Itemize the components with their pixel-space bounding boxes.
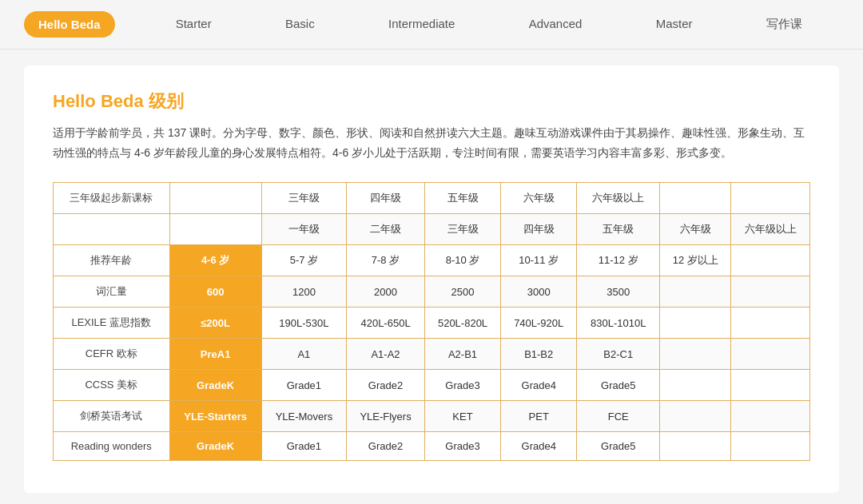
table-row-vocab: 词汇量 600 1200 2000 2500 3000 3500 — [54, 276, 810, 308]
lexile-cell-1: 190L-530L — [261, 308, 346, 339]
cambridge-cell-3: KET — [424, 401, 500, 432]
vocab-cell-4: 3000 — [501, 276, 577, 308]
cefr-cell-0: PreA1 — [169, 339, 261, 370]
cambridge-label: 剑桥英语考试 — [54, 401, 170, 432]
reading-wonders-label: Reading wonders — [54, 432, 170, 461]
header1-label: 三年级起步新课标 — [54, 183, 170, 214]
table-row-cefr: CEFR 欧标 PreA1 A1 A1-A2 A2-B1 B1-B2 B2-C1 — [54, 339, 810, 370]
header2-cell-1: 一年级 — [261, 214, 346, 245]
lexile-label: LEXILE 蓝思指数 — [54, 308, 170, 339]
ccss-cell-1: Grade1 — [261, 370, 346, 401]
table-row-cambridge: 剑桥英语考试 YLE-Starters YLE-Movers YLE-Flyer… — [54, 401, 810, 432]
cefr-cell-2: A1-A2 — [347, 339, 425, 370]
nav-item-intermediate[interactable]: Intermediate — [379, 14, 464, 35]
cefr-cell-1: A1 — [261, 339, 346, 370]
vocab-cell-7 — [731, 276, 810, 308]
logo[interactable]: Hello Beda — [24, 11, 115, 38]
table-row-header1: 三年级起步新课标 小于三年级 三年级 四年级 五年级 六年级 六年级以上 — [54, 183, 810, 214]
age-cell-5: 11-12 岁 — [577, 245, 660, 276]
cambridge-cell-0: YLE-Starters — [169, 401, 261, 432]
reading-wonders-cell-4: Grade4 — [501, 432, 577, 461]
table-row-header2: 零基础 一年级 二年级 三年级 四年级 五年级 六年级 六年级以上 — [54, 214, 810, 245]
reading-wonders-cell-5: Grade5 — [577, 432, 660, 461]
header1-cell-5: 六年级以上 — [577, 183, 660, 214]
main-content: Hello Beda 级别 适用于学龄前学员，共 137 课时。分为字母、数字、… — [24, 65, 839, 493]
lexile-cell-3: 520L-820L — [424, 308, 500, 339]
table-row-ccss: CCSS 美标 GradeK Grade1 Grade2 Grade3 Grad… — [54, 370, 810, 401]
header1-cell-6 — [660, 183, 731, 214]
header1-cell-7 — [731, 183, 810, 214]
reading-wonders-cell-3: Grade3 — [424, 432, 500, 461]
header1-cell-4: 六年级 — [501, 183, 577, 214]
ccss-cell-7 — [731, 370, 810, 401]
lexile-cell-5: 830L-1010L — [577, 308, 660, 339]
age-cell-0: 4-6 岁 — [169, 245, 261, 276]
age-label: 推荐年龄 — [54, 245, 170, 276]
cambridge-cell-2: YLE-Flyers — [347, 401, 425, 432]
nav-item-writing[interactable]: 写作课 — [757, 14, 812, 35]
age-cell-6: 12 岁以上 — [660, 245, 731, 276]
cambridge-cell-7 — [731, 401, 810, 432]
table-row-lexile: LEXILE 蓝思指数 ≤200L 190L-530L 420L-650L 52… — [54, 308, 810, 339]
age-cell-3: 8-10 岁 — [424, 245, 500, 276]
navigation: Hello Beda Starter Basic Intermediate Ad… — [0, 0, 863, 50]
ccss-cell-6 — [660, 370, 731, 401]
ccss-cell-2: Grade2 — [347, 370, 425, 401]
cefr-cell-3: A2-B1 — [424, 339, 500, 370]
nav-items: Starter Basic Intermediate Advanced Mast… — [139, 14, 839, 35]
header2-cell-6: 六年级 — [660, 214, 731, 245]
vocab-cell-1: 1200 — [261, 276, 346, 308]
cefr-label: CEFR 欧标 — [54, 339, 170, 370]
age-cell-1: 5-7 岁 — [261, 245, 346, 276]
vocab-label: 词汇量 — [54, 276, 170, 308]
nav-item-advanced[interactable]: Advanced — [519, 14, 592, 35]
reading-wonders-cell-0: GradeK — [169, 432, 261, 461]
reading-wonders-cell-2: Grade2 — [347, 432, 425, 461]
cefr-cell-7 — [731, 339, 810, 370]
lexile-cell-7 — [731, 308, 810, 339]
lexile-cell-4: 740L-920L — [501, 308, 577, 339]
page-description: 适用于学龄前学员，共 137 课时。分为字母、数字、颜色、形状、阅读和自然拼读六… — [53, 123, 810, 163]
cambridge-cell-1: YLE-Movers — [261, 401, 346, 432]
cefr-cell-5: B2-C1 — [577, 339, 660, 370]
cambridge-cell-4: PET — [501, 401, 577, 432]
lexile-cell-0: ≤200L — [169, 308, 261, 339]
reading-wonders-cell-1: Grade1 — [261, 432, 346, 461]
header2-cell-0: 零基础 — [169, 214, 261, 245]
page-title: Hello Beda 级别 — [53, 89, 810, 113]
reading-wonders-cell-7 — [731, 432, 810, 461]
lexile-cell-2: 420L-650L — [347, 308, 425, 339]
vocab-cell-0: 600 — [169, 276, 261, 308]
age-cell-7 — [731, 245, 810, 276]
header2-cell-2: 二年级 — [347, 214, 425, 245]
header1-cell-3: 五年级 — [424, 183, 500, 214]
header2-cell-7: 六年级以上 — [731, 214, 810, 245]
ccss-cell-4: Grade4 — [501, 370, 577, 401]
grade-table: 三年级起步新课标 小于三年级 三年级 四年级 五年级 六年级 六年级以上 零基础… — [53, 182, 810, 461]
header2-cell-4: 四年级 — [501, 214, 577, 245]
vocab-cell-2: 2000 — [347, 276, 425, 308]
cambridge-cell-6 — [660, 401, 731, 432]
nav-item-master[interactable]: Master — [646, 14, 702, 35]
table-row-age: 推荐年龄 4-6 岁 5-7 岁 7-8 岁 8-10 岁 10-11 岁 11… — [54, 245, 810, 276]
header2-label — [54, 214, 170, 245]
cambridge-cell-5: FCE — [577, 401, 660, 432]
ccss-cell-3: Grade3 — [424, 370, 500, 401]
reading-wonders-cell-6 — [660, 432, 731, 461]
header2-cell-3: 三年级 — [424, 214, 500, 245]
age-cell-4: 10-11 岁 — [501, 245, 577, 276]
header1-cell-1: 三年级 — [261, 183, 346, 214]
cefr-cell-4: B1-B2 — [501, 339, 577, 370]
age-cell-2: 7-8 岁 — [347, 245, 425, 276]
nav-item-basic[interactable]: Basic — [276, 14, 324, 35]
vocab-cell-5: 3500 — [577, 276, 660, 308]
ccss-cell-5: Grade5 — [577, 370, 660, 401]
nav-item-starter[interactable]: Starter — [166, 14, 221, 35]
cefr-cell-6 — [660, 339, 731, 370]
vocab-cell-6 — [660, 276, 731, 308]
header2-cell-5: 五年级 — [577, 214, 660, 245]
table-row-reading-wonders: Reading wonders GradeK Grade1 Grade2 Gra… — [54, 432, 810, 461]
lexile-cell-6 — [660, 308, 731, 339]
ccss-label: CCSS 美标 — [54, 370, 170, 401]
header1-cell-2: 四年级 — [347, 183, 425, 214]
